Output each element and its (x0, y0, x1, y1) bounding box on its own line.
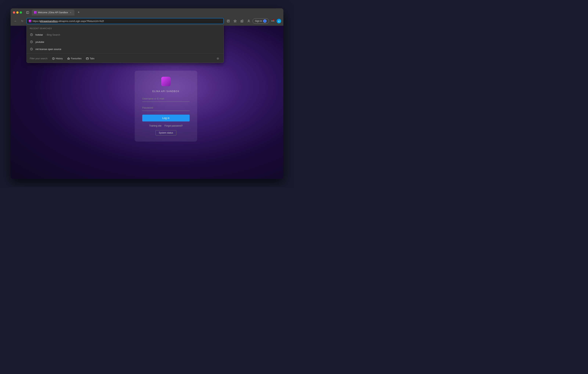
filter-label: Filter your search: (30, 57, 48, 60)
traffic-lights (13, 11, 22, 14)
reader-view-button[interactable] (225, 18, 231, 24)
search-text-youtube: youtube (35, 41, 44, 43)
search-item-youtube[interactable]: youtube (27, 38, 223, 45)
elina-logo-icon (161, 77, 171, 86)
svg-marker-13 (234, 20, 236, 22)
filter-favourites-button[interactable]: Favourites (65, 56, 83, 61)
filter-settings-button[interactable] (215, 56, 220, 61)
filter-tabs-button[interactable]: Tabs (84, 56, 96, 61)
refresh-button[interactable]: ↻ (20, 18, 25, 24)
password-input[interactable] (142, 105, 190, 111)
toolbar: ← ↻ https://elinaapisandbox.elinapms.com… (10, 17, 284, 26)
close-button[interactable] (13, 11, 15, 14)
back-button[interactable]: ← (13, 18, 18, 24)
address-highlight: elinaapisandbox (40, 20, 58, 22)
tab-title: Welcome | Elina API Sandbox (38, 11, 68, 14)
address-bar-wrapper: https://elinaapisandbox.elinapms.com/Log… (27, 18, 224, 24)
new-tab-button[interactable]: + (76, 10, 81, 15)
svg-rect-15 (242, 20, 243, 22)
filter-tabs-icon (86, 57, 89, 60)
history-clock-icon-2 (30, 40, 33, 43)
edge-browser-icon: e (277, 19, 281, 23)
login-card: ELINA API SANDBOX Log in Training site F… (135, 71, 197, 141)
username-input[interactable] (142, 96, 190, 102)
filter-star-icon (67, 57, 70, 60)
sign-in-button[interactable]: Sign in 👤 (252, 18, 269, 24)
login-button[interactable]: Log in (142, 115, 190, 121)
collections-button[interactable] (239, 18, 245, 24)
svg-marker-6 (67, 57, 70, 60)
login-links: Training site Forgot password? (149, 125, 183, 127)
favorites-button[interactable] (232, 18, 238, 24)
address-favicon-icon (29, 20, 32, 22)
address-text: https://elinaapisandbox.elinapms.com/Log… (32, 20, 104, 22)
history-clock-icon-3 (30, 47, 33, 51)
login-title: ELINA API SANDBOX (152, 90, 179, 93)
svg-rect-14 (241, 21, 242, 22)
search-text-mit: mit license open source (35, 48, 61, 51)
search-item-mit[interactable]: mit license open source (27, 45, 223, 53)
svg-point-16 (248, 20, 249, 21)
filter-bar: Filter your search: History (27, 54, 223, 63)
filter-history-icon (52, 57, 55, 60)
svg-point-8 (218, 58, 218, 59)
filter-history-button[interactable]: History (50, 56, 65, 61)
sign-in-label: Sign in (255, 20, 262, 22)
history-clock-icon-1 (30, 33, 33, 36)
notification-dot[interactable]: ••• (270, 18, 276, 24)
address-prefix: https:// (32, 20, 40, 22)
maximize-button[interactable] (20, 11, 22, 14)
filter-favourites-label: Favourites (71, 57, 82, 60)
address-rest: .elinapms.com/Login.aspx?ReturnUrl=%2f (58, 20, 104, 22)
address-dropdown: RECENT SEARCHES hotstar - Bing Search yo… (27, 25, 224, 63)
tab-favicon-icon (34, 11, 37, 14)
address-bar[interactable]: https://elinaapisandbox.elinapms.com/Log… (27, 18, 224, 24)
toolbar-actions: Sign in 👤 ••• e (225, 18, 281, 24)
sign-in-avatar-icon: 👤 (263, 19, 267, 23)
filter-tabs-label: Tabs (90, 57, 94, 60)
tab-close-button[interactable]: × (69, 11, 72, 14)
training-site-link[interactable]: Training site (149, 125, 162, 127)
svg-rect-0 (27, 11, 29, 14)
forgot-password-link[interactable]: Forgot password? (164, 125, 183, 127)
system-status-button[interactable]: System status (156, 130, 176, 136)
sidebar-toggle-icon[interactable] (25, 10, 30, 15)
active-tab[interactable]: Welcome | Elina API Sandbox × (32, 10, 74, 16)
title-bar: Welcome | Elina API Sandbox × + (10, 8, 284, 17)
search-item-hotstar[interactable]: hotstar - Bing Search (27, 31, 223, 38)
browser-profile-button[interactable] (246, 18, 252, 24)
filter-history-label: History (56, 57, 63, 60)
search-suffix-hotstar: - Bing Search (45, 33, 60, 36)
search-text-hotstar: hotstar (35, 33, 43, 36)
recent-searches-label: RECENT SEARCHES (27, 27, 223, 31)
minimize-button[interactable] (16, 11, 19, 14)
browser-window: Welcome | Elina API Sandbox × + ← ↻ http… (10, 8, 284, 179)
